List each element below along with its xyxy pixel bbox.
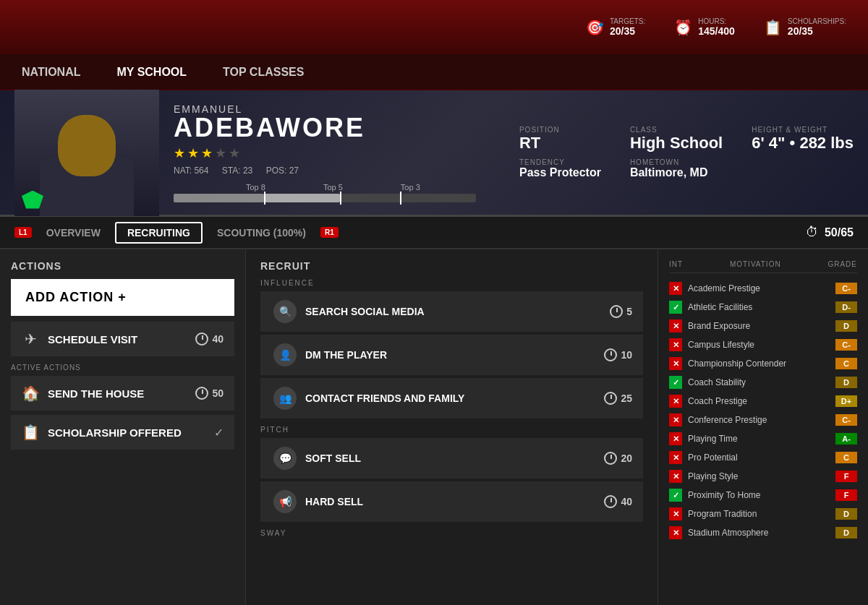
search-social-cost-val: 5 [626, 306, 632, 317]
clock-friends [604, 392, 617, 405]
hours-label: Hours: [698, 17, 735, 25]
recruit-dm-player[interactable]: 👤 DM the Player 10 [260, 335, 643, 375]
recruit-title: Recruit [260, 260, 643, 272]
targets-value: 20/35 [610, 25, 645, 37]
grade-badge: C [835, 358, 857, 369]
motivation-header: INT MOTIVATION GRADE [669, 260, 857, 273]
motivation-item: ✓Athletic FacilitiesD- [669, 298, 857, 317]
class-group: CLASS High School HOMETOWN Baltimore, MD [630, 126, 723, 179]
targets-icon: 🎯 [586, 19, 604, 36]
motivation-name: Proximity To Home [688, 490, 830, 500]
motivation-indicator: ✕ [669, 470, 682, 483]
dm-player-label: DM the Player [305, 349, 595, 361]
tab-badge-r1: R1 [320, 227, 339, 238]
action-cost-visit: 40 [195, 332, 224, 346]
grade-badge: D [835, 527, 857, 539]
star-2: ★ [187, 145, 199, 161]
position-group: POSITION RT TENDENCY Pass Protector [519, 126, 601, 179]
motivation-name: Playing Time [688, 434, 830, 444]
tab-recruiting[interactable]: Recruiting [115, 222, 203, 244]
sway-label: SWAY [260, 529, 643, 537]
motivation-name: Coach Prestige [688, 396, 830, 406]
motivation-indicator: ✕ [669, 432, 682, 445]
star-3: ★ [201, 145, 213, 161]
clock-hard-sell [604, 495, 617, 508]
recruit-hard-sell[interactable]: 📢 Hard Sell 40 [260, 481, 643, 522]
nav-top-classes[interactable]: Top Classes [216, 62, 311, 82]
contact-friends-label: Contact Friends and Family [305, 392, 595, 404]
motivation-indicator: ✕ [669, 395, 682, 408]
motivation-item: ✕Conference PrestigeC- [669, 411, 857, 429]
motivation-item: ✕Campus LifestyleC- [669, 335, 857, 354]
star-1: ★ [174, 145, 185, 161]
motivation-name: Stadium Atmosphere [688, 528, 830, 538]
motivation-name: Academic Prestige [688, 283, 830, 293]
recruit-contact-friends[interactable]: 👥 Contact Friends and Family 25 [260, 378, 643, 419]
progress-top8: Top 8 [246, 183, 265, 192]
motivation-name: Playing Style [688, 471, 830, 481]
action-label-scholarship: Scholarship Offered [48, 426, 205, 439]
motivation-item: ✕Coach PrestigeD+ [669, 392, 857, 411]
motivation-item: ✕Championship ContenderC [669, 354, 857, 373]
nav-bar: National My School Top Classes [0, 54, 868, 90]
star-4: ★ [215, 145, 226, 161]
grade-badge: C- [835, 283, 857, 294]
player-info: EMMANUEL ADEBAWORE ★ ★ ★ ★ ★ NAT: 564 ST… [174, 103, 476, 202]
active-actions-label: ACTIVE ACTIONS [11, 364, 234, 372]
action-scholarship[interactable]: 📋 Scholarship Offered ✓ [11, 415, 234, 450]
height-weight-label: HEIGHT & WEIGHT [752, 126, 854, 134]
targets-stat: 🎯 Targets: 20/35 [586, 17, 645, 37]
add-action-button[interactable]: Add Action + [11, 279, 234, 316]
motivation-name: Athletic Facilities [688, 302, 830, 312]
grade-badge: F [835, 489, 857, 501]
clock-dm [604, 348, 617, 361]
motivation-indicator: ✓ [669, 489, 682, 502]
recruit-soft-sell[interactable]: 💬 Soft Sell 20 [260, 438, 643, 479]
clock-soft-sell [604, 452, 617, 465]
player-stars: ★ ★ ★ ★ ★ [174, 145, 476, 161]
grade-badge: D+ [835, 395, 857, 407]
tab-bar: L1 Overview Recruiting Scouting (100%) R… [0, 217, 868, 249]
scholarships-icon: 📋 [764, 19, 782, 36]
col-int: INT [669, 260, 683, 268]
motivation-item: ✕Playing TimeA- [669, 429, 857, 448]
actions-title: Actions [11, 260, 234, 272]
tab-overview[interactable]: Overview [35, 223, 111, 242]
clock-icon-visit [195, 332, 208, 346]
progress-fill-1 [174, 194, 264, 202]
hours-value: 145/400 [698, 25, 735, 37]
motivation-indicator: ✕ [669, 319, 682, 332]
motivation-item: ✕Program TraditionD [669, 505, 857, 523]
tab-left: L1 Overview Recruiting Scouting (100%) R… [14, 222, 339, 244]
soft-sell-icon: 💬 [273, 447, 297, 470]
targets-label: Targets: [610, 17, 645, 25]
hours-icon: ⏰ [674, 19, 692, 36]
class-label: CLASS [630, 126, 723, 134]
nav-national[interactable]: National [14, 62, 88, 82]
search-social-icon: 🔍 [273, 300, 297, 323]
recruit-search-social-media[interactable]: 🔍 Search Social Media 5 [260, 291, 643, 332]
soft-sell-label: Soft Sell [305, 452, 595, 464]
motivation-name: Conference Prestige [688, 415, 830, 425]
progress-top3: Top 3 [401, 183, 420, 192]
grade-badge: C- [835, 339, 857, 351]
grade-badge: D [835, 508, 857, 520]
hometown-value: Baltimore, MD [630, 166, 723, 179]
action-schedule-visit[interactable]: ✈ Schedule Visit 40 [11, 322, 234, 356]
grade-badge: F [835, 471, 857, 482]
top-bar: 🎯 Targets: 20/35 ⏰ Hours: 145/400 📋 Scho… [0, 0, 868, 54]
nav-my-school[interactable]: My School [109, 62, 194, 82]
clock-social [610, 305, 623, 318]
action-cost-value-visit: 40 [212, 333, 224, 345]
tab-badge-l1: L1 [14, 227, 32, 238]
action-icon-scholarship: 📋 [22, 424, 39, 441]
grade-badge: D- [835, 301, 857, 313]
progress-fill-2 [264, 194, 339, 202]
hard-sell-icon: 📢 [273, 490, 297, 513]
motivation-list: ✕Academic PrestigeC-✓Athletic Facilities… [669, 279, 857, 542]
tab-scouting[interactable]: Scouting (100%) [206, 223, 317, 242]
motivation-indicator: ✓ [669, 376, 682, 389]
hard-sell-cost: 40 [604, 495, 632, 508]
progress-marker-3 [400, 192, 401, 205]
action-send-house[interactable]: 🏠 Send the House 50 [11, 376, 234, 411]
